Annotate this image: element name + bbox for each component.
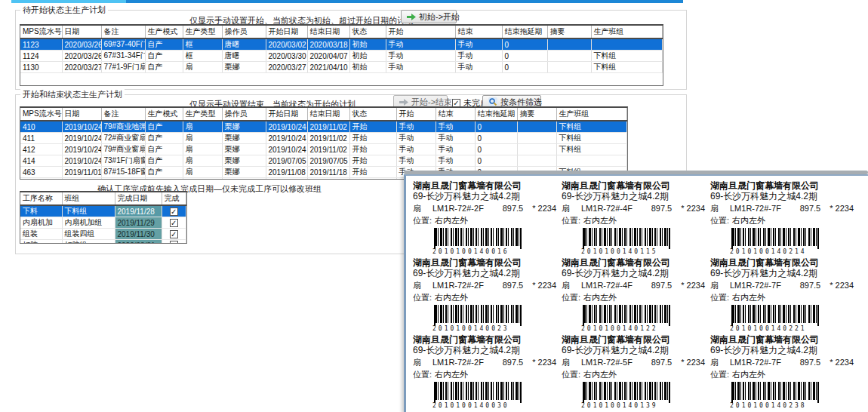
cell[interactable]: 2019/11/01: [62, 167, 101, 178]
table-row[interactable]: 下料下料组2019/11/28✓: [20, 205, 186, 217]
cell[interactable]: 2019/11/02: [307, 133, 349, 144]
cell[interactable]: 开始: [349, 178, 396, 180]
column-header[interactable]: 日期: [62, 108, 101, 121]
cell[interactable]: 2019/10/24: [62, 133, 101, 144]
column-header[interactable]: 操作员: [222, 26, 266, 38]
cell[interactable]: 2019/11/28: [115, 205, 162, 217]
cell[interactable]: 内扇机加组: [62, 217, 115, 229]
cell[interactable]: [547, 38, 591, 51]
cell[interactable]: 组装四组: [62, 229, 115, 240]
cell[interactable]: [547, 62, 591, 73]
column-header[interactable]: 生产类型: [183, 26, 222, 38]
cell[interactable]: [517, 155, 556, 167]
cell[interactable]: 下料组: [556, 133, 627, 144]
column-header[interactable]: 工序名称: [20, 192, 62, 205]
cell[interactable]: 栗娜: [222, 178, 266, 180]
cell[interactable]: 2019/10/24: [62, 144, 101, 155]
initial-to-start-button[interactable]: 初始->开始: [401, 10, 457, 23]
cell[interactable]: 1123: [20, 38, 62, 51]
cell[interactable]: 栗娜: [222, 155, 266, 167]
cell[interactable]: 手动: [455, 38, 502, 51]
cell[interactable]: 2019/10/24: [266, 121, 307, 133]
done-checkbox[interactable]: ✓: [170, 208, 178, 216]
cell[interactable]: 栗娜: [222, 144, 266, 155]
cell[interactable]: 手动: [396, 144, 436, 155]
table-row[interactable]: 内扇机加内扇机加组2019/11/29✓: [20, 217, 186, 229]
cell[interactable]: 489: [20, 178, 62, 180]
cell[interactable]: 下料组: [556, 121, 627, 133]
cell[interactable]: 开始: [349, 133, 396, 144]
cell[interactable]: 自产: [145, 62, 183, 73]
cell[interactable]: 2019/11/18: [307, 167, 349, 178]
cell[interactable]: [517, 144, 556, 155]
cell[interactable]: 2019/11/08: [62, 178, 101, 180]
cell[interactable]: 0: [475, 155, 517, 167]
cell[interactable]: 下料组: [591, 62, 663, 73]
cell[interactable]: 下料组: [556, 144, 627, 155]
cell[interactable]: 0: [475, 121, 517, 133]
cell[interactable]: 412: [20, 144, 62, 155]
cell[interactable]: 自产: [145, 178, 183, 180]
cell[interactable]: 2019/11/08: [266, 167, 307, 178]
column-header[interactable]: 操作员: [222, 108, 266, 121]
table-row[interactable]: 11232020/03/2669#37-40F门框自产框唐曙2020/03/02…: [20, 38, 663, 51]
table-row[interactable]: 4112019/10/2472#商业窗扇自产扇栗娜2019/10/242019/…: [20, 133, 627, 144]
table-row[interactable]: 4122019/10/2479#商业窗扇自产扇栗娜2019/10/242019/…: [20, 144, 627, 155]
column-header[interactable]: 备注: [101, 26, 145, 38]
column-header[interactable]: 生产班组: [591, 26, 663, 38]
cell[interactable]: 开始: [349, 155, 396, 167]
column-header[interactable]: 结束日期: [307, 108, 349, 121]
cell[interactable]: 自产: [145, 51, 183, 62]
column-header[interactable]: MPS流水号: [20, 26, 62, 38]
column-header[interactable]: 备注: [101, 108, 145, 121]
cell[interactable]: 2020/03/26: [62, 38, 101, 51]
cell[interactable]: 2021/04/10: [307, 62, 349, 73]
cell[interactable]: 2020/03/26: [62, 51, 101, 62]
cell[interactable]: 89#22-24F窗扇: [101, 178, 145, 180]
cell[interactable]: 手动: [386, 38, 455, 51]
column-header[interactable]: 完成: [162, 192, 186, 205]
cell[interactable]: 2019/07/05: [266, 155, 307, 167]
cell[interactable]: 唐曙: [222, 51, 266, 62]
cell[interactable]: 下料: [20, 205, 62, 217]
cell[interactable]: 手动: [436, 155, 475, 167]
column-header[interactable]: 状态: [349, 26, 386, 38]
cell[interactable]: 463: [20, 167, 62, 178]
column-header[interactable]: 结束: [436, 108, 475, 121]
cell[interactable]: 2019/11/29: [115, 217, 162, 229]
cell[interactable]: 扇: [183, 155, 222, 167]
cell[interactable]: [591, 38, 663, 51]
table-row[interactable]: 11302020/03/2777#1-9F门扇自产扇栗娜2020/03/2720…: [20, 62, 663, 73]
cell[interactable]: 410: [20, 121, 62, 133]
cell[interactable]: 414: [20, 155, 62, 167]
cell[interactable]: 2020/04/07: [307, 51, 349, 62]
done-checkbox[interactable]: [170, 241, 178, 244]
cell[interactable]: 69#37-40F门框: [101, 38, 145, 51]
cell[interactable]: 0: [475, 133, 517, 144]
cell[interactable]: [517, 133, 556, 144]
cell[interactable]: 自产: [145, 133, 183, 144]
cell[interactable]: 2019/11/08: [266, 178, 307, 180]
cell[interactable]: 2020/03/31: [115, 240, 162, 244]
cell[interactable]: 自产: [145, 155, 183, 167]
cell[interactable]: 初始: [349, 51, 386, 62]
cell[interactable]: 77#1-9F门扇: [101, 62, 145, 73]
cell[interactable]: 67#31-34F门框: [101, 51, 145, 62]
cell[interactable]: 2019/11/18: [307, 178, 349, 180]
cell[interactable]: 2019/11/02: [307, 144, 349, 155]
cell[interactable]: 栗娜: [222, 121, 266, 133]
cell[interactable]: 0: [502, 51, 547, 62]
cell[interactable]: 栗娜: [222, 133, 266, 144]
cell[interactable]: 411: [20, 133, 62, 144]
cell[interactable]: 扇: [183, 121, 222, 133]
column-header[interactable]: 开始: [396, 108, 436, 121]
cell[interactable]: 扇: [183, 144, 222, 155]
cell[interactable]: [547, 51, 591, 62]
cell[interactable]: 2019/11/30: [115, 229, 162, 240]
table-row[interactable]: 4102019/10/2479#商业地弹…自产扇栗娜2019/10/242019…: [20, 121, 627, 133]
cell[interactable]: 栗娜: [222, 62, 266, 73]
cell[interactable]: 1124: [20, 51, 62, 62]
column-header[interactable]: 完成日期: [115, 192, 162, 205]
cell[interactable]: 扇: [183, 133, 222, 144]
cell[interactable]: 2020/03/27: [266, 62, 307, 73]
